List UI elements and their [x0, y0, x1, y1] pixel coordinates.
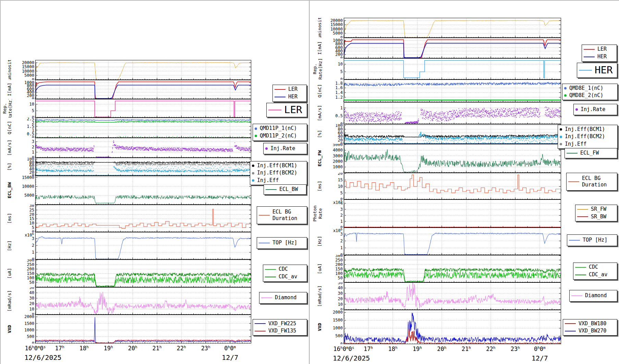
legend-entry: QMD11P_1(nC) [255, 125, 305, 132]
svg-text:3: 3 [340, 232, 343, 236]
legend-label: LER [597, 46, 607, 53]
legend-entry: Inj.Eff [252, 177, 305, 184]
line-swatch-icon [579, 70, 592, 71]
svg-text:50: 50 [338, 282, 343, 285]
legend-label: HER [597, 53, 607, 60]
line-swatch-icon [268, 110, 281, 110]
plot-current: 02004006008001000I[mA] [310, 38, 619, 58]
svg-text:30: 30 [29, 205, 34, 208]
svg-text:10: 10 [338, 62, 343, 66]
svg-text:40: 40 [338, 286, 343, 290]
legend-ecl-bw: ECL_BW [264, 184, 306, 195]
line-swatch-icon [565, 323, 576, 324]
marker-dot-icon [575, 108, 578, 111]
plot-cdc: 50100150200250300[uA] [310, 255, 619, 282]
y-axis-label: Rep. [312, 63, 317, 74]
legend-entry: ECL_FW [567, 150, 615, 157]
y-axis-label: Rate [318, 208, 323, 219]
legend-label: CDC [279, 266, 288, 273]
svg-text:50: 50 [29, 287, 34, 290]
svg-text:2: 2 [340, 239, 343, 243]
legend-entry: Inj.Eff(BCM2) [252, 170, 305, 177]
legend-label: Diamond [585, 292, 607, 299]
plot-current: 02004006008001000I[mA] [0, 80, 310, 99]
legend-entry: LER [268, 104, 305, 117]
line-swatch-icon [275, 97, 286, 97]
legend-label: ECL_FW [580, 150, 599, 157]
legend-label: Inj.Eff(BCM2) [257, 170, 297, 177]
marker-dot-icon [252, 172, 254, 174]
y-axis-label: VXD [317, 323, 322, 331]
svg-text:1000: 1000 [24, 80, 34, 85]
svg-text:5: 5 [32, 108, 34, 113]
svg-text:1000: 1000 [333, 165, 343, 169]
legend-entry: SR_FW [577, 206, 615, 213]
x-tick-label: 17h [55, 345, 64, 352]
svg-text:20: 20 [29, 301, 34, 306]
svg-text:3: 3 [32, 236, 34, 241]
x-tick-label: 18h [388, 345, 397, 352]
svg-text:0: 0 [340, 307, 343, 310]
marker-dot-icon [560, 136, 562, 138]
svg-text:0.5: 0.5 [335, 113, 343, 118]
legend-entry: HER [275, 94, 305, 100]
svg-text:200: 200 [27, 267, 34, 271]
legend-entry: Diamond [261, 294, 305, 301]
line-swatch-icon [569, 240, 580, 241]
svg-text:0: 0 [340, 253, 343, 255]
line-swatch-icon [275, 89, 286, 90]
legend-label: QMD8E_2(nC) [569, 92, 603, 99]
svg-text:20000: 20000 [330, 18, 343, 23]
plot-luminosity: 05000100001500020000Luminosity [0, 60, 310, 80]
plot-photon-rate: 01234PhotonRatex105 [310, 199, 619, 228]
legend-vxd-fw: VXD_FW225VXD_FW135 [253, 319, 307, 336]
svg-text:20000: 20000 [22, 60, 34, 65]
plot-rep-rate: 0510Rep.Rate[Hz] [0, 99, 310, 118]
y-axis-label: Q[nC] [7, 121, 12, 134]
legend-label: VXD_BW180 [579, 320, 606, 327]
x-tick-label: 16h0m0s [333, 345, 354, 352]
y-axis-label: Luminosity [7, 60, 12, 80]
line-swatch-icon [259, 215, 270, 216]
legend-entry: SR_BW [577, 214, 615, 220]
x-tick-label: 19h [413, 345, 422, 352]
svg-text:1: 1 [340, 219, 343, 224]
legend-label: ECL BG Duration [582, 175, 607, 189]
legend-diamond: Diamond [569, 290, 617, 302]
legend-entry: Inj.Eff(BCM1) [560, 126, 616, 133]
legend-entry: ECL BG Duration [568, 175, 615, 189]
legend-label: SR_BW [591, 214, 606, 220]
svg-text:15000: 15000 [22, 64, 34, 69]
svg-text:1500: 1500 [24, 321, 34, 326]
legend-label: CDC_av [589, 271, 607, 278]
x-tick-label: 18h [79, 345, 88, 352]
legend-inj-eff: Inj.Eff(BCM1)Inj.Eff(BCM2)Inj.Eff [558, 125, 618, 149]
legend-ecl-bg: ECL BG Duration [257, 206, 307, 224]
line-swatch-icon [567, 153, 578, 154]
y-axis-label: [mRad/s] [7, 290, 12, 312]
svg-text:250: 250 [27, 262, 34, 267]
marker-dot-icon [564, 87, 567, 89]
legend-label: LER [288, 86, 298, 93]
svg-text:15: 15 [29, 216, 34, 221]
y-axis-label: [%] [317, 130, 322, 138]
line-swatch-icon [255, 331, 266, 331]
svg-text:2: 2 [32, 243, 34, 248]
svg-text:500: 500 [27, 334, 34, 339]
panel-divider [309, 0, 310, 364]
y-axis-label: [uA] [7, 268, 12, 279]
x-tick-label: 0h0m [534, 345, 546, 352]
legend-label: VXD_FW225 [268, 320, 296, 327]
y-axis-label: [ms] [317, 181, 322, 191]
line-swatch-icon [259, 243, 270, 243]
legend-cdc: CDCCDC_av [263, 265, 307, 282]
svg-text:300: 300 [335, 255, 343, 258]
plot-rep-rate: 0510Rep.Rate[Hz] [310, 58, 619, 80]
svg-text:15000: 15000 [22, 176, 34, 180]
svg-text:150: 150 [27, 271, 34, 276]
svg-text:0: 0 [340, 225, 343, 228]
legend-big-ler: LER [266, 103, 307, 117]
legend-top: TOP [Hz] [567, 234, 617, 246]
svg-text:10: 10 [338, 302, 343, 307]
legend-entry: Diamond [571, 292, 615, 299]
